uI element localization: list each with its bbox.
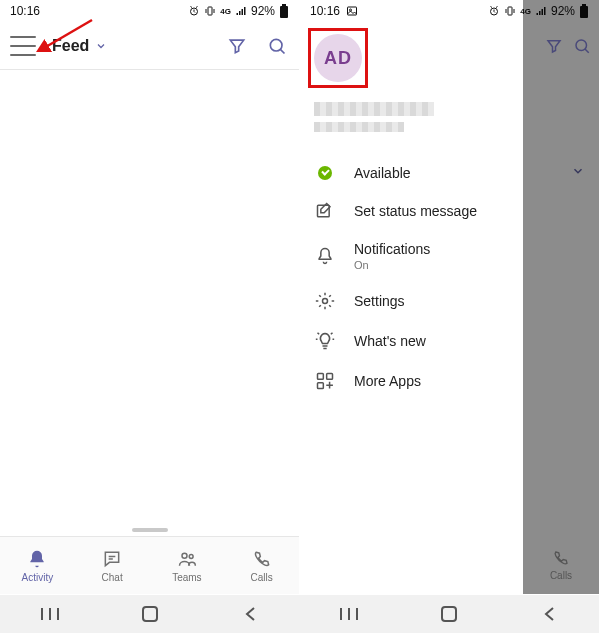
tab-activity-label: Activity	[22, 572, 54, 583]
filter-icon	[545, 37, 563, 55]
chevron-down-icon	[571, 164, 585, 178]
alarm-icon	[488, 5, 500, 17]
presence-available-icon	[318, 166, 332, 180]
android-status-bar: 10:16 4G 92%	[300, 0, 599, 22]
svg-rect-10	[508, 7, 512, 15]
edit-note-icon	[315, 201, 335, 221]
image-icon	[346, 5, 358, 17]
chevron-down-icon[interactable]	[95, 40, 107, 52]
tab-teams-label: Teams	[172, 572, 201, 583]
network-type-label: 4G	[220, 7, 231, 16]
menu-item-set-status[interactable]: Set status message	[314, 191, 585, 231]
android-recents-button[interactable]	[20, 606, 80, 622]
battery-pct: 92%	[251, 4, 275, 18]
search-icon	[267, 36, 287, 56]
battery-icon	[279, 4, 289, 18]
chat-icon	[102, 549, 122, 569]
bell-outline-icon	[315, 246, 335, 266]
filter-button[interactable]	[225, 34, 249, 58]
tab-calls-label: Calls	[251, 572, 273, 583]
menu-item-whats-new[interactable]: What's new	[314, 321, 585, 361]
tab-teams[interactable]: Teams	[150, 537, 225, 594]
android-status-bar: 10:16 4G 92%	[0, 0, 299, 22]
menu-sublabel: On	[354, 259, 430, 271]
svg-point-4	[270, 39, 282, 51]
bell-icon	[27, 549, 47, 569]
avatar[interactable]: AD	[314, 34, 362, 82]
android-back-button[interactable]	[220, 606, 280, 622]
svg-point-18	[576, 40, 587, 51]
battery-pct: 92%	[551, 4, 575, 18]
svg-point-14	[323, 299, 328, 304]
status-icons-cluster: 4G 92%	[488, 4, 589, 18]
people-icon	[177, 549, 197, 569]
bottom-nav: Activity Chat Teams Calls	[0, 536, 299, 594]
tab-calls[interactable]: Calls	[224, 537, 299, 594]
svg-rect-20	[442, 607, 456, 621]
svg-point-5	[182, 553, 187, 558]
svg-rect-15	[318, 374, 324, 380]
vibrate-icon	[204, 5, 216, 17]
menu-item-settings[interactable]: Settings	[314, 281, 585, 321]
phone-icon	[252, 549, 272, 569]
battery-icon	[579, 4, 589, 18]
home-icon	[141, 605, 159, 623]
vibrate-icon	[504, 5, 516, 17]
drag-handle[interactable]	[132, 528, 168, 532]
lightbulb-icon	[315, 331, 335, 351]
home-icon	[440, 605, 458, 623]
android-back-button[interactable]	[519, 606, 579, 622]
android-recents-button[interactable]	[319, 606, 379, 622]
background-tab-calls-label: Calls	[550, 570, 572, 581]
menu-label: Notifications	[354, 241, 430, 257]
menu-label: More Apps	[354, 373, 421, 389]
android-home-button[interactable]	[419, 605, 479, 623]
svg-point-6	[189, 554, 193, 558]
android-system-nav	[0, 595, 599, 633]
menu-label: Settings	[354, 293, 405, 309]
user-name-redacted	[314, 102, 434, 116]
svg-rect-3	[282, 4, 286, 6]
tab-chat[interactable]: Chat	[75, 537, 150, 594]
search-icon	[573, 37, 591, 55]
app-header: Feed	[0, 22, 299, 70]
tab-activity[interactable]: Activity	[0, 537, 75, 594]
phone-icon	[552, 549, 570, 567]
back-icon	[542, 606, 556, 622]
profile-drawer: AD Available Set status message	[300, 22, 599, 401]
menu-item-presence[interactable]: Available	[314, 154, 585, 191]
svg-rect-19	[143, 607, 157, 621]
menu-item-notifications[interactable]: Notifications On	[314, 231, 585, 281]
svg-rect-17	[318, 383, 324, 389]
gear-icon	[315, 291, 335, 311]
alarm-icon	[188, 5, 200, 17]
profile-menu: Available Set status message Notificatio…	[314, 154, 585, 401]
background-tab-calls: Calls	[523, 536, 599, 594]
header-title[interactable]: Feed	[52, 37, 89, 55]
hamburger-menu-button[interactable]	[10, 36, 36, 56]
recents-icon	[338, 606, 360, 622]
svg-rect-7	[348, 7, 357, 15]
svg-rect-16	[327, 374, 333, 380]
apps-grid-icon	[315, 371, 335, 391]
svg-rect-1	[208, 7, 212, 15]
recents-icon	[39, 606, 61, 622]
signal-icon	[235, 5, 247, 17]
status-time: 10:16	[310, 4, 340, 18]
menu-label: What's new	[354, 333, 426, 349]
menu-item-more-apps[interactable]: More Apps	[314, 361, 585, 401]
search-button[interactable]	[265, 34, 289, 58]
avatar-initials: AD	[324, 48, 352, 69]
svg-rect-2	[280, 6, 288, 18]
signal-icon	[535, 5, 547, 17]
android-home-button[interactable]	[120, 605, 180, 623]
back-icon	[243, 606, 257, 622]
tab-chat-label: Chat	[102, 572, 123, 583]
network-type-label: 4G	[520, 7, 531, 16]
status-icons-cluster: 4G 92%	[188, 4, 289, 18]
menu-label: Set status message	[354, 203, 477, 219]
user-email-redacted	[314, 122, 404, 132]
background-header-icons	[523, 22, 599, 70]
presence-label: Available	[354, 165, 411, 181]
status-time: 10:16	[10, 4, 40, 18]
